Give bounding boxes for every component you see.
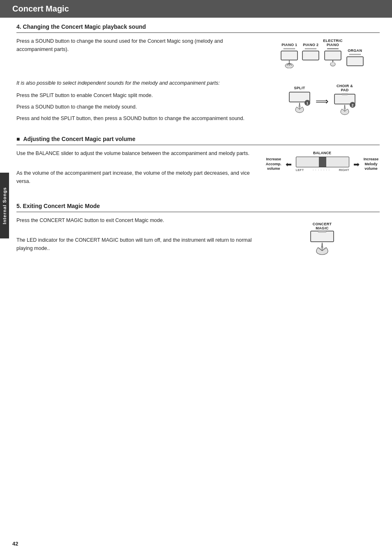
svg-text:1: 1 [306, 101, 308, 105]
section4-para1: Press a SOUND button to change the sound… [16, 37, 256, 53]
concert-magic-btn-wrap: CONCERT MAGIC [309, 222, 335, 259]
balance-row: Increase Accomp. volume ⬅ LEFT · · · · ·… [265, 157, 380, 172]
piano1-btn-group: PIANO 1 [280, 43, 298, 68]
section5-title: 5. Exiting Concert Magic Mode [16, 197, 380, 212]
split-label: SPLIT [294, 86, 305, 90]
balance-right-label: RIGHT [339, 168, 349, 172]
concert-magic-diagram: CONCERT MAGIC [265, 216, 380, 259]
section4-para2: It is also possible to select independen… [16, 79, 256, 87]
section4-title: 4. Changing the Concert Magic playback s… [16, 18, 380, 33]
piano1-label: PIANO 1 [281, 43, 297, 47]
balance-section: Use the BALANCE slider to adjust the vol… [16, 149, 380, 189]
section5-para1: Press the CONCERT MAGIC button to exit C… [16, 216, 256, 224]
balance-section-title: Adjusting the Concert Magic part volume [16, 130, 380, 145]
organ-led [349, 54, 361, 55]
balance-left-label: LEFT [296, 168, 304, 172]
sound-buttons-diagram: PIANO 1 [265, 37, 380, 75]
split-btn-group: SPLIT 1 [288, 86, 311, 117]
piano1-illus [280, 48, 298, 68]
section5-text: Press the CONCERT MAGIC button to exit C… [16, 216, 256, 259]
increase-accomp-label: Increase Accomp. volume [266, 157, 281, 171]
organ-btn-group: ORGAN [346, 49, 364, 68]
balance-text: Use the BALANCE slider to adjust the vol… [16, 149, 256, 189]
concert-magic-svg [309, 230, 335, 259]
balance-visual: BALANCE Increase Accomp. volume ⬅ LEFT [265, 151, 380, 172]
side-tab-label: Internal Songs [2, 187, 7, 224]
section4-para4: Press a SOUND button to change the melod… [16, 103, 256, 111]
balance-lr: LEFT · · · · · · · RIGHT [296, 168, 349, 172]
left-arrow: ⬅ [286, 160, 292, 169]
balance-slider-wrap: LEFT · · · · · · · RIGHT [296, 157, 349, 172]
balance-diagram: BALANCE Increase Accomp. volume ⬅ LEFT [265, 149, 380, 189]
svg-text:2: 2 [351, 103, 353, 107]
split-arrow: ⟹ [316, 96, 329, 107]
page-header: Concert Magic [0, 0, 392, 18]
svg-rect-22 [311, 231, 334, 242]
elec-piano-label: ELECTRIC PIANO [323, 39, 342, 47]
balance-para2: As the volume of the accompaniment part … [16, 169, 256, 185]
page-title: Concert Magic [12, 4, 380, 14]
svg-rect-16 [342, 93, 348, 95]
split-choir-diagram: SPLIT 1 [265, 79, 380, 126]
split-arrow-choir: SPLIT 1 [288, 84, 356, 119]
concert-magic-label: CONCERT MAGIC [313, 222, 332, 230]
choir-btn-group: CHOIR & PAD 2 [334, 84, 356, 119]
balance-label: BALANCE [313, 151, 331, 155]
organ-illus [346, 54, 364, 68]
svg-rect-23 [318, 230, 326, 232]
elec-piano-illus [324, 48, 342, 68]
section4-para5: Press and hold the SPLIT button, then pr… [16, 114, 256, 123]
piano2-illus [302, 48, 320, 68]
elec-piano-led [327, 48, 339, 49]
section4-top: Press a SOUND button to change the sound… [16, 37, 380, 75]
balance-thumb [319, 157, 326, 167]
elec-piano-btn-group: ELECTRIC PIANO [323, 39, 342, 68]
piano2-label: PIANO 2 [303, 43, 318, 47]
balance-dots: · · · · · · · [313, 168, 330, 172]
page-number: 42 [12, 541, 18, 547]
main-content: 4. Changing the Concert Magic playback s… [0, 18, 392, 275]
balance-para1: Use the BALANCE slider to adjust the vol… [16, 149, 256, 157]
piano2-btn-group: PIANO 2 [302, 43, 320, 68]
increase-accomp-text: Increase Accomp. volume [266, 157, 281, 171]
balance-slider[interactable] [296, 157, 349, 167]
section4-text-top: Press a SOUND button to change the sound… [16, 37, 256, 75]
section5-para2: The LED indicator for the CONCERT MAGIC … [16, 236, 256, 252]
section5-content: Press the CONCERT MAGIC button to exit C… [16, 216, 380, 259]
piano1-led [284, 48, 295, 49]
section4-para3: Press the SPLIT button to enable Concert… [16, 91, 256, 99]
side-tab: Internal Songs [0, 173, 9, 238]
choir-label: CHOIR & PAD [337, 84, 353, 92]
svg-rect-6 [302, 51, 319, 60]
svg-rect-7 [325, 51, 341, 60]
right-arrow: ➡ [353, 160, 360, 169]
svg-rect-8 [347, 57, 363, 66]
piano2-led [305, 48, 316, 49]
increase-melody-label: Increase Melody volume [364, 157, 379, 171]
increase-melody-text: Increase Melody volume [364, 157, 379, 171]
organ-label: ORGAN [348, 49, 362, 53]
section4-middle: It is also possible to select independen… [16, 79, 380, 126]
sound-buttons-row: PIANO 1 [280, 39, 364, 68]
svg-rect-0 [281, 51, 297, 60]
section4-text-middle: It is also possible to select independen… [16, 79, 256, 126]
